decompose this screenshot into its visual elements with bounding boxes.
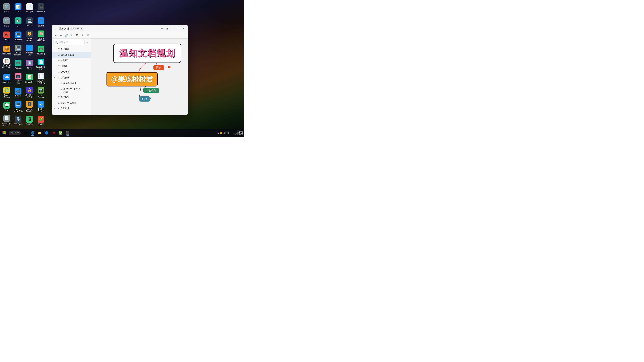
link-button[interactable]: 🔗 <box>64 33 69 38</box>
more-daily[interactable]: ⋮ <box>86 107 90 110</box>
add-child-userfeedback[interactable]: + <box>83 88 86 92</box>
desktop-icon-todesktop[interactable]: 🖥️ ToDesktop <box>13 29 24 43</box>
layout-panel-button[interactable]: ▣ <box>165 26 170 31</box>
more-funcopt[interactable]: ⋮ <box>86 76 90 79</box>
sidebar-item-painpoints[interactable]: ☰ 解决了什么痛点 + ⋮ <box>52 100 91 106</box>
desktop-icon-flutter2[interactable]: 📄 flutter使用gdi渲染文... <box>36 72 46 85</box>
taskbar-terminal-app[interactable]: ⬛ <box>64 130 71 136</box>
mindmap-title-node[interactable]: 温知文档规划 <box>113 43 181 63</box>
desktop-icon-wegame[interactable]: 🎮 WeGame版 <box>36 43 46 57</box>
more-bugcollect[interactable]: ⋮ <box>86 70 90 73</box>
more-devtemplate[interactable]: ⋮ <box>86 95 90 99</box>
desktop-icon-finalshell[interactable]: 💻 FinalShell <box>24 15 35 29</box>
more-userfeedback[interactable]: ⋮ <box>86 88 90 92</box>
desktop-icon-whisper[interactable]: 📺 哔哩哔哩理直播 <box>13 72 24 85</box>
desktop-icon-docker[interactable]: 🐳 Docker Desktop <box>36 100 46 113</box>
desktop-icon-navicat[interactable]: 🗄️ Navicat Premium <box>24 100 35 113</box>
more-funcdesign[interactable]: ⋮ <box>86 59 90 62</box>
desktop-icon-msedge[interactable]: 🌐 Microsoft Edge <box>24 43 35 57</box>
desktop-icon-kuwo[interactable]: 🎵 酷狗音乐 <box>36 15 46 29</box>
sidebar-item-funcdesign[interactable]: ☰ 功能设计 + ⋮ <box>52 58 91 63</box>
desktop-icon-vmware[interactable]: 🖥️ VMware Workstation <box>13 43 24 57</box>
desktop-icon-github[interactable]: 🐱 GitHub Desktop <box>24 29 35 43</box>
add-document-button[interactable]: + <box>86 40 90 44</box>
more-searchopt[interactable]: ⋮ <box>86 82 90 85</box>
sidebar-item-devenv[interactable]: ☰ 开发环境 + ⋮ <box>52 46 91 52</box>
add-child-devtemplate[interactable]: + <box>83 95 86 99</box>
add-child-bugcollect[interactable]: + <box>83 70 86 73</box>
desktop-icon-nondisc[interactable]: 📋 NON-DISC AGREEME... <box>1 58 12 71</box>
formula-button[interactable]: Σ <box>80 33 85 38</box>
desktop-icon-wechat[interactable]: 💬 微信 <box>1 100 12 113</box>
redo-button[interactable]: ↪ <box>59 33 64 38</box>
add-child-painpoints[interactable]: + <box>83 101 86 104</box>
desktop-icon-ximind[interactable]: 🧩 Ximind <box>36 114 46 127</box>
desktop-icon-v2ray[interactable]: 🔒 v2rayN - 快捷方式 <box>24 86 35 99</box>
taskbar-wps-app[interactable]: W <box>50 130 57 136</box>
minimize-button[interactable]: ─ <box>176 26 180 31</box>
start-button[interactable] <box>0 129 8 137</box>
desktop-icon-vscode[interactable]: 💻 Visual Studio Code <box>13 100 24 113</box>
canvas-area[interactable]: 温知文档规划 @果冻橙橙君 同步 功能规划 价格 <box>92 38 188 115</box>
desktop-icon-obs[interactable]: 🎙️ OBS Studio <box>13 114 24 127</box>
desktop-icon-wegame2[interactable]: 🎮 WeGame <box>13 58 24 71</box>
desktop-icon-qq[interactable]: 🐧 QQ <box>13 15 24 29</box>
more-devenv[interactable]: ⋮ <box>86 47 90 51</box>
mindmap-price-node[interactable]: 价格 <box>139 96 150 102</box>
more-uidesign[interactable]: ⋮ <box>86 64 90 68</box>
desktop-icon-example[interactable]: 📄 example <box>24 1 35 15</box>
sidebar-item-searchopt[interactable]: ☰ 搜索功能优化 + ⋮ <box>52 80 91 86</box>
taskbar-edge-app[interactable]: 🔵 <box>43 130 50 136</box>
mindmap-sync-node[interactable]: 同步 <box>154 65 164 70</box>
desktop-icon-fsdownload[interactable]: 📦 fsdownload <box>1 43 12 57</box>
sidebar-item-userfeedback[interactable]: ☰ 用户Melmaphother反馈 + ⋮ <box>52 86 91 94</box>
add-child-searchopt[interactable]: + <box>83 82 86 85</box>
add-child-funcdesign[interactable]: + <box>83 59 86 62</box>
more-options-button[interactable]: ⌄ <box>170 26 175 31</box>
layout-button[interactable]: ⇅ <box>70 33 74 38</box>
add-child-devenv[interactable]: + <box>83 47 86 51</box>
more-painpoints[interactable]: ⋮ <box>86 101 90 104</box>
search-input-container[interactable]: 🔍 搜索文档 <box>53 40 84 45</box>
checkbox-button[interactable]: ☑ <box>86 33 90 38</box>
system-tray-chevron[interactable]: ∧ <box>217 132 219 134</box>
sidebar-item-uidesign[interactable]: ☰ UI设计 + ⋮ <box>52 63 91 69</box>
add-child-wenzhidoc[interactable]: + <box>83 53 86 56</box>
sound-icon[interactable]: 🔊 <box>224 132 226 134</box>
desktop-icon-tencent[interactable]: 📹 腾讯会议 <box>13 86 24 99</box>
desktop-icon-recycle[interactable]: 🗑️ 回收站 <box>1 1 12 15</box>
desktop-icon-recycle2[interactable]: 🗑️ 回收站 <box>1 15 12 29</box>
sidebar-item-wenzhidoc[interactable]: ☰ 温知文档规划 + ⋮ <box>52 52 91 58</box>
desktop-icon-flutter[interactable]: 📄 flutter环境搭建.txt <box>36 58 46 71</box>
sidebar-item-funcopt[interactable]: ▾ ☰ 功能优化 + ⋮ <box>52 75 91 80</box>
taskbar-todo-app[interactable]: ✅ <box>57 130 64 136</box>
desktop-icon-mindmaster[interactable]: 🧠 亿图脑图MindMaster <box>36 29 46 43</box>
network-icon[interactable]: 📶 <box>220 132 222 134</box>
desktop-icon-motrix[interactable]: ⬇️ Motrix <box>24 58 35 71</box>
branch-selector[interactable]: ⎇ master ▾ <box>70 27 84 30</box>
add-child-uidesign[interactable]: + <box>83 64 86 68</box>
sidebar-item-devtemplate[interactable]: ☰ 开发模板 + ⋮ <box>52 94 91 100</box>
layout-split-button[interactable]: ⧉ <box>160 26 164 31</box>
back-button[interactable]: ‹ <box>54 27 58 31</box>
mindmap-at-node[interactable]: @果冻橙橙君 <box>106 72 158 86</box>
close-button[interactable]: ✕ <box>181 26 186 31</box>
sidebar-item-bugcollect[interactable]: ☰ BUG收集 + ⋮ <box>52 69 91 75</box>
taskbar-chrome-app[interactable]: 🌐 <box>29 130 36 136</box>
desktop-icon-pot[interactable]: 📝 pot <box>13 1 24 15</box>
add-child-funcopt[interactable]: + <box>83 76 86 79</box>
taskbar-explorer-app[interactable]: 📁 <box>36 130 43 136</box>
desktop-icon-irun[interactable]: 📷 Irun Webcam <box>36 86 46 99</box>
desktop-icon-notepad[interactable]: 📝 Notepad++ <box>24 72 35 85</box>
more-wenzhidoc[interactable]: ⋮ <box>86 53 90 56</box>
battery-icon[interactable]: 🔋 <box>227 132 230 134</box>
undo-button[interactable]: ↩ <box>53 33 58 38</box>
taskbar-search-box[interactable]: 🔍 搜索 <box>9 131 21 135</box>
desktop-icon-wps[interactable]: W WPS <box>1 29 12 43</box>
sidebar-item-daily[interactable]: ▸ ▶ 日常安排 + ⋮ <box>52 106 91 111</box>
desktop-icon-droidcam[interactable]: 📱 DroidCam <box>24 114 35 127</box>
image-button[interactable]: 🖼 <box>75 33 80 38</box>
more-toolbar-button[interactable]: ⋮ <box>182 33 186 38</box>
taskbar-weather-app[interactable]: 🌤 <box>22 130 29 136</box>
desktop-icon-chrome[interactable]: 🌐 Google Chrome <box>1 86 12 99</box>
